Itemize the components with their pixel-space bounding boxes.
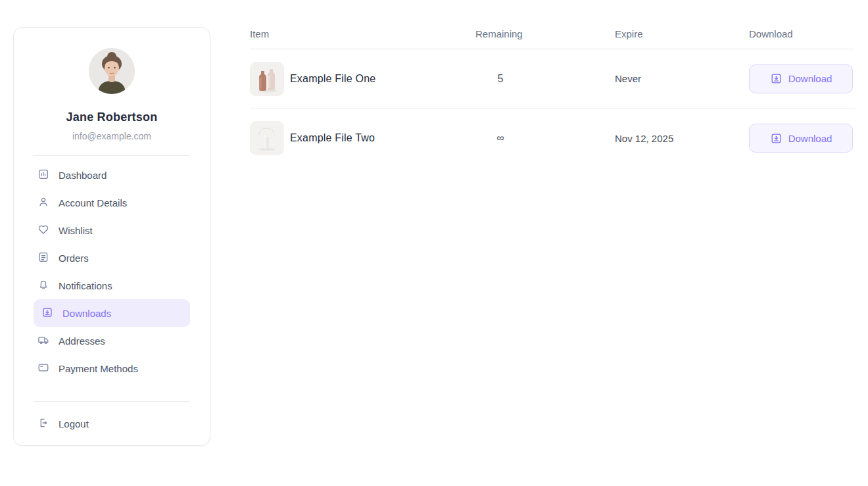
download-button[interactable]: Download [749,124,853,153]
downloads-panel: Item Remaining Expire Download Example F… [250,0,855,168]
bell-icon [37,279,49,293]
sidebar-item-label: Wishlist [59,225,93,236]
dashboard-icon [37,168,49,182]
sidebar-item-label: Payment Methods [59,363,138,374]
sidebar-item-addresses[interactable]: Addresses [34,327,190,354]
table-header-row: Item Remaining Expire Download [250,0,855,49]
expire-value: Nov 12, 2025 [615,133,749,144]
avatar-image [89,48,135,94]
download-button-label: Download [788,133,832,144]
expire-value: Never [615,73,749,84]
user-name: Jane Robertson [14,110,210,124]
sidebar-item-account-details[interactable]: Account Details [34,189,190,216]
item-title: Example File Two [290,132,375,144]
logout-icon [37,417,49,431]
sidebar-item-label: Addresses [59,335,105,347]
credit-card-icon [37,362,49,376]
sidebar-item-downloads[interactable]: Downloads [34,299,190,327]
sidebar-item-notifications[interactable]: Notifications [34,272,190,299]
download-button[interactable]: Download [749,64,853,93]
sidebar-item-dashboard[interactable]: Dashboard [34,161,190,189]
sidebar-item-label: Account Details [59,197,127,208]
remaining-value: 5 [475,73,525,85]
download-icon [770,132,783,145]
truck-icon [37,334,49,348]
table-row: Example File Two ∞ Nov 12, 2025 Download [250,109,855,168]
user-email: info@example.com [14,131,210,141]
column-header-expire: Expire [615,28,749,49]
download-button-label: Download [788,73,832,84]
logout-label: Logout [59,418,89,429]
avatar [89,48,135,94]
column-header-remaining: Remaining [475,28,615,49]
sidebar-item-label: Notifications [59,280,112,291]
user-icon [37,196,49,210]
sidebar-item-label: Downloads [62,308,111,319]
sidebar-item-orders[interactable]: Orders [34,244,190,272]
table-row: Example File One 5 Never Download [250,49,855,109]
item-thumbnail-table-lamp [250,121,284,155]
download-icon [41,306,53,320]
column-header-download: Download [749,28,855,49]
item-thumbnail-two-bottles [250,62,284,96]
item-title: Example File One [290,73,375,85]
sidebar-item-label: Dashboard [59,170,107,181]
account-sidebar: Jane Robertson info@example.com Dashboar… [13,27,210,446]
sidebar-divider-bottom [34,401,190,402]
remaining-value: ∞ [475,132,525,144]
sidebar-item-label: Orders [59,253,89,264]
sidebar-divider-top [34,155,190,156]
sidebar-item-payment-methods[interactable]: Payment Methods [34,354,190,382]
column-header-item: Item [250,28,475,49]
download-icon [770,72,783,85]
sidebar-item-wishlist[interactable]: Wishlist [34,216,190,244]
sidebar-nav: Dashboard Account Details Wishlist [14,161,210,382]
document-icon [37,251,49,265]
heart-icon [37,224,49,237]
logout-button[interactable]: Logout [34,410,190,437]
